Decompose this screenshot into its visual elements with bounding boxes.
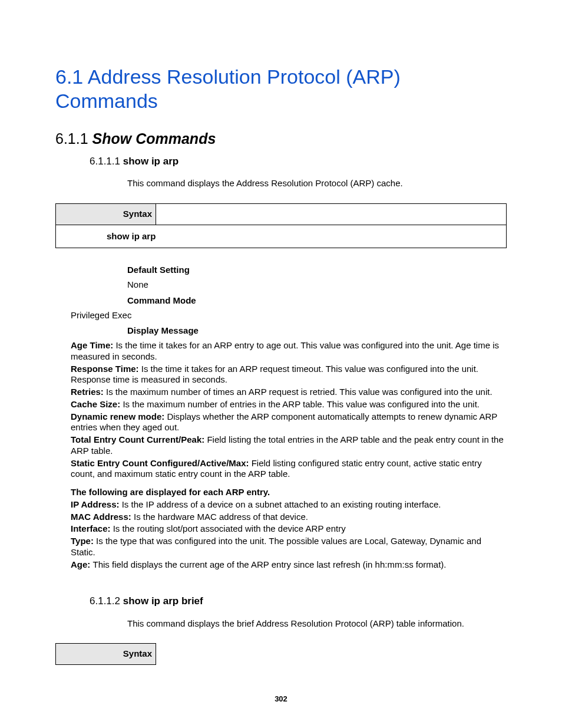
- command-heading-2: 6.1.1.2 show ip arp brief: [90, 595, 507, 607]
- syntax-label: Syntax: [56, 203, 156, 225]
- display-message-label: Display Message: [127, 325, 507, 337]
- command-mode-value: Privileged Exec: [71, 310, 507, 321]
- command-number: 6.1.1.1: [90, 156, 123, 167]
- msg-term: Response Time:: [71, 364, 141, 374]
- default-setting-label: Default Setting: [127, 265, 507, 276]
- msg-term: Retries:: [71, 387, 106, 397]
- command-description: This command displays the Address Resolu…: [127, 178, 507, 189]
- entry-text: This field displays the current age of t…: [93, 559, 447, 569]
- subsection-number: 6.1.1: [55, 130, 92, 147]
- syntax-blank-cell: [156, 203, 507, 225]
- page-number: 302: [55, 694, 507, 704]
- per-entry-item: Age: This field displays the current age…: [71, 559, 507, 571]
- msg-term: Cache Size:: [71, 399, 123, 409]
- display-message-item: Retries: Is the maximum number of times …: [71, 387, 507, 398]
- command-mode-label: Command Mode: [127, 295, 507, 307]
- per-entry-item: IP Address: Is the IP address of a devic…: [71, 499, 507, 510]
- per-entry-intro-text: The following are displayed for each ARP…: [71, 487, 270, 497]
- syntax-table-2: Syntax: [55, 643, 156, 665]
- syntax-table-1: Syntax show ip arp: [55, 203, 507, 249]
- entry-text: Is the IP address of a device on a subne…: [122, 499, 441, 509]
- subsection-title: Show Commands: [92, 130, 216, 147]
- msg-term: Age Time:: [71, 340, 115, 350]
- per-entry-item: MAC Address: Is the hardware MAC address…: [71, 512, 507, 523]
- entry-term: Type:: [71, 536, 96, 546]
- display-message-item: Total Entry Count Current/Peak: Field li…: [71, 434, 507, 457]
- syntax-body: show ip arp: [56, 225, 507, 248]
- command-description-2: This command displays the brief Address …: [127, 618, 507, 630]
- default-setting-value: None: [127, 279, 507, 291]
- msg-text: Is the maximum number of entries in the …: [123, 399, 480, 409]
- command-number: 6.1.1.2: [90, 595, 123, 607]
- per-entry-item: Interface: Is the routing slot/port asso…: [71, 523, 507, 535]
- section-heading: 6.1 Address Resolution Protocol (ARP) Co…: [55, 65, 507, 113]
- msg-text: Is the maximum number of times an ARP re…: [106, 387, 492, 397]
- syntax-label-2: Syntax: [56, 644, 156, 665]
- command-title: show ip arp: [123, 156, 178, 167]
- msg-term: Dynamic renew mode:: [71, 411, 167, 421]
- per-entry-intro: The following are displayed for each ARP…: [71, 487, 507, 498]
- entry-term: Interface:: [71, 523, 113, 533]
- display-message-item: Response Time: Is the time it takes for …: [71, 364, 507, 386]
- msg-term: Static Entry Count Configured/Active/Max…: [71, 458, 252, 468]
- display-message-item: Dynamic renew mode: Displays whether the…: [71, 411, 507, 434]
- subsection-heading: 6.1.1 Show Commands: [55, 130, 507, 148]
- entry-term: IP Address:: [71, 499, 122, 509]
- command-heading-1: 6.1.1.1 show ip arp: [90, 155, 507, 167]
- entry-term: Age:: [71, 559, 93, 569]
- entry-text: Is the routing slot/port associated with…: [113, 523, 346, 533]
- syntax-command: show ip arp: [107, 231, 503, 242]
- entry-term: MAC Address:: [71, 512, 134, 522]
- display-message-item: Age Time: Is the time it takes for an AR…: [71, 340, 507, 363]
- msg-text: Is the time it takes for an ARP entry to…: [71, 340, 499, 361]
- per-entry-item: Type: Is the type that was configured in…: [71, 536, 507, 558]
- entry-text: Is the type that was configured into the…: [71, 536, 481, 557]
- display-message-item: Cache Size: Is the maximum number of ent…: [71, 399, 507, 410]
- entry-text: Is the hardware MAC address of that devi…: [134, 512, 308, 522]
- msg-term: Total Entry Count Current/Peak:: [71, 434, 207, 444]
- command-title: show ip arp brief: [123, 595, 203, 607]
- display-message-item: Static Entry Count Configured/Active/Max…: [71, 458, 507, 480]
